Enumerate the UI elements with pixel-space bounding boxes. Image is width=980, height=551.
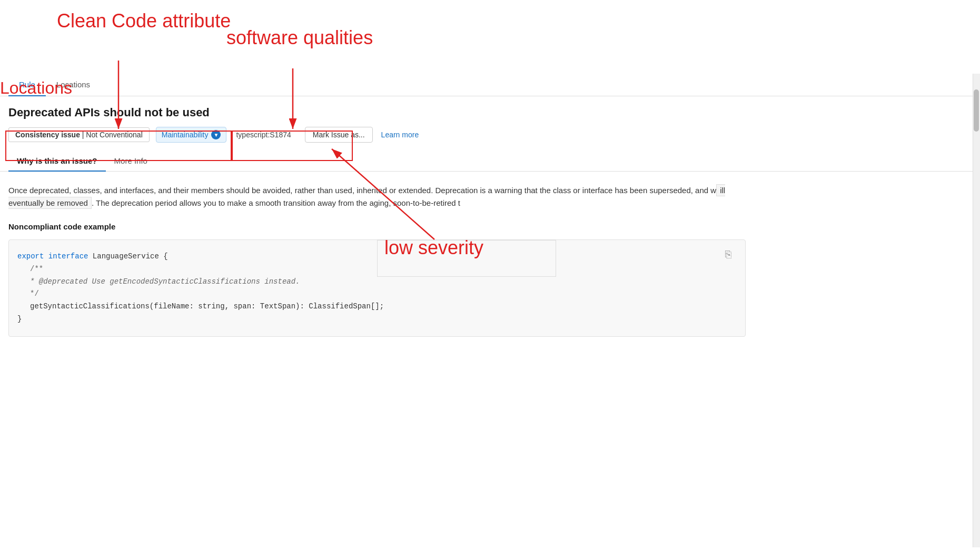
copy-icon[interactable]: ⎘ — [725, 246, 739, 260]
consistency-badge: Consistency issue | Not Conventional — [8, 127, 150, 142]
tab-locations[interactable]: Locations — [46, 74, 101, 96]
consistency-issue-label: Consistency issue — [15, 131, 80, 139]
code-line-4: */ — [17, 288, 737, 300]
issue-header: Deprecated APIs should not be used Consi… — [0, 96, 980, 148]
annotation-clean-code: Clean Code attribute — [57, 9, 231, 32]
not-conventional-label: Not Conventional — [86, 131, 142, 139]
code-line-6: } — [17, 313, 737, 326]
issue-title: Deprecated APIs should not be used — [8, 106, 972, 119]
issue-description: Once deprecated, classes, and interfaces… — [8, 184, 735, 209]
rule-id: typescript:S1874 — [233, 131, 294, 139]
maintainability-badge[interactable]: Maintainability ▼ — [156, 127, 227, 143]
sub-tab-why[interactable]: Why is this an issue? — [8, 151, 106, 172]
code-line-3: * @deprecated Use getEncodedSyntacticCla… — [17, 276, 737, 288]
low-severity-label: low severity — [384, 237, 483, 258]
maintainability-label: Maintainability — [162, 131, 209, 139]
scroll-thumb[interactable] — [974, 89, 979, 132]
code-line-5: getSyntacticClassifications(fileName: st… — [17, 300, 737, 313]
low-severity-annotation: low severity — [384, 237, 483, 259]
noncompliant-heading: Noncompliant code example — [8, 222, 972, 231]
scrollbar[interactable] — [973, 74, 980, 547]
sub-tab-more-info[interactable]: More Info — [106, 151, 156, 172]
chevron-down-icon: ▼ — [211, 130, 221, 139]
issue-meta: Consistency issue | Not Conventional Mai… — [8, 127, 972, 143]
mark-issue-button[interactable]: Mark Issue as... — [305, 127, 373, 143]
tab-rule[interactable]: Rule — [8, 74, 46, 96]
main-content: Rule Locations Deprecated APIs should no… — [0, 74, 980, 349]
sub-tabs: Why is this an issue? More Info — [0, 151, 980, 172]
main-tabs: Rule Locations — [0, 74, 980, 96]
learn-more-link[interactable]: Learn more — [381, 131, 419, 139]
annotation-software-qualities: software qualities — [226, 26, 373, 49]
